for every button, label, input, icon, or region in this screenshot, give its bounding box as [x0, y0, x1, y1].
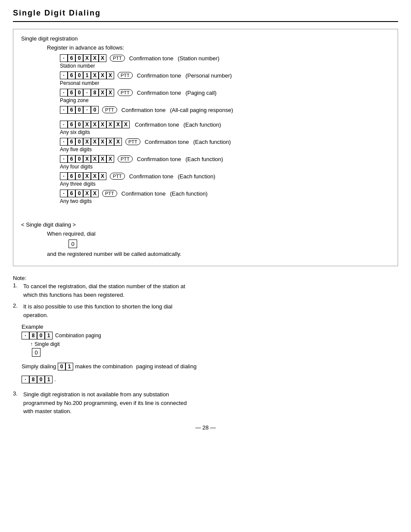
- sub-label-paging: Paging zone: [60, 97, 390, 103]
- paging-call-label: (Paging call): [185, 90, 216, 96]
- key-x1: X: [83, 138, 91, 146]
- key-seq-allcall: · 6 0 · 0: [60, 106, 99, 114]
- ptt-button: PTT: [102, 106, 117, 113]
- key-6: 6: [68, 138, 75, 146]
- key-0: 0: [75, 72, 83, 79]
- key-x2: X: [91, 155, 99, 163]
- key-x4: X: [106, 138, 114, 146]
- key-x1: X: [99, 89, 106, 96]
- sub-label-six: Any six digits: [60, 129, 390, 135]
- title-divider: [13, 21, 398, 22]
- when-label: When required, dial: [47, 230, 390, 237]
- key-0: 0: [75, 106, 83, 114]
- dial-row-five: · 6 0 X X X X X PTT Confirmation tone (E…: [60, 138, 390, 146]
- example-section: Example · 8 0 1 Combination paging ↑ Sin…: [22, 324, 398, 385]
- key-0-example: 0: [32, 348, 40, 357]
- dial-row-personal: · 6 0 1 X X X PTT Confirmation tone (Per…: [60, 72, 390, 79]
- sub-label-two: Any two digits: [60, 198, 390, 204]
- key-seq-three: · 6 0 X X X: [60, 172, 106, 180]
- key-0: 0: [75, 172, 83, 180]
- conf-tone: Confirmation tone: [137, 90, 181, 96]
- key-x4: X: [106, 121, 114, 128]
- arrow-line: ↑ Single digit 0: [28, 341, 398, 357]
- key-dot: ·: [60, 54, 68, 62]
- key-x1: X: [83, 190, 91, 197]
- auto-label: and the registered number will be called…: [47, 251, 390, 257]
- key-x2: X: [91, 190, 99, 197]
- single-digit-section: < Single digit dialing > When required, …: [21, 221, 390, 257]
- example-label: Example: [22, 324, 398, 330]
- key-1-i: 1: [45, 376, 53, 383]
- row-group-six: · 6 0 X X X X X X Confirmation tone (Eac…: [21, 121, 390, 135]
- page-number: — 28 —: [13, 424, 398, 431]
- key-x6: X: [122, 121, 130, 128]
- key-x1: X: [83, 54, 91, 62]
- comb-paging-label: Combination paging: [55, 333, 101, 339]
- key-x3: X: [106, 72, 114, 79]
- simply-keys: 0 1: [58, 363, 73, 370]
- key-0: 0: [75, 138, 83, 146]
- simply-text: Simply dialing: [22, 361, 56, 372]
- key-8: 8: [29, 332, 37, 339]
- dial-row-four: · 6 0 X X X X PTT Confirmation tone (Eac…: [60, 155, 390, 163]
- row-group-four: · 6 0 X X X X PTT Confirmation tone (Eac…: [21, 155, 390, 170]
- each-function-label: (Each function): [184, 121, 221, 128]
- key-seq-two: · 6 0 X X: [60, 190, 99, 197]
- key-x2: X: [91, 121, 99, 128]
- key-dot: ·: [60, 172, 68, 180]
- each-function-label: (Each function): [185, 156, 223, 162]
- main-content-box: Single digit registration Register in ad…: [13, 29, 398, 266]
- key-dot: ·: [60, 121, 68, 128]
- key-6: 6: [68, 72, 75, 79]
- ptt-button: PTT: [125, 138, 140, 145]
- key-x2: X: [99, 72, 106, 79]
- sub-label-four: Any four digits: [60, 164, 390, 170]
- conf-tone: Confirmation tone: [121, 107, 166, 113]
- simply-row: Simply dialing 0 1 makes the combination…: [22, 361, 215, 385]
- key-6: 6: [68, 89, 75, 96]
- sub-label-three: Any three digits: [60, 181, 390, 187]
- row-group-three: · 6 0 X X X PTT Confirmation tone (Each …: [21, 172, 390, 187]
- row-group-station: · 6 0 X X X PTT Confirmation tone (Stati…: [21, 54, 390, 69]
- row-group-five: · 6 0 X X X X X PTT Confirmation tone (E…: [21, 138, 390, 152]
- key-dot: ·: [60, 155, 68, 163]
- row-group-personal: · 6 0 1 X X X PTT Confirmation tone (Per…: [21, 72, 390, 86]
- key-8-i: 8: [29, 376, 37, 383]
- note-item-2: 2. It is also possible to use this funct…: [13, 302, 398, 319]
- sds-title: < Single digit dialing >: [21, 221, 390, 228]
- key-seq-five: · 6 0 X X X X X: [60, 138, 122, 146]
- personal-number-label: (Personal number): [185, 72, 232, 79]
- ptt-button: PTT: [110, 55, 125, 62]
- key-x1: X: [83, 121, 91, 128]
- row-group-allcall: · 6 0 · 0 PTT Confirmation tone (All-cal…: [21, 106, 390, 114]
- spacer3: [21, 212, 390, 217]
- key-x4: X: [106, 155, 114, 163]
- ptt-button: PTT: [118, 89, 133, 96]
- spacer2: [21, 207, 390, 212]
- section-label: Single digit registration: [21, 35, 390, 42]
- key-dot: ·: [60, 138, 68, 146]
- register-label: Register in advance as follows:: [47, 44, 390, 51]
- arrow-char: ↑: [30, 341, 33, 347]
- key-1s: 1: [65, 363, 73, 370]
- note-num-1: 1.: [13, 282, 22, 289]
- key-dot: ·: [60, 72, 68, 79]
- key-x1: X: [83, 172, 91, 180]
- each-function-label: (Each function): [170, 190, 207, 197]
- single-key-example: 0: [32, 348, 40, 357]
- note-text-3: Single digit registration is not availab…: [23, 390, 187, 416]
- key-seq-six: · 6 0 X X X X X X: [60, 121, 130, 128]
- single-digit-arrow-row: ↑ Single digit: [30, 341, 60, 347]
- key-x2: X: [106, 89, 114, 96]
- key-8: 8: [91, 89, 99, 96]
- notes-section: Note: 1. To cancel the registration, dia…: [13, 275, 398, 416]
- conf-tone: Confirmation tone: [137, 72, 181, 79]
- example-row: · 8 0 1 Combination paging: [22, 332, 398, 339]
- key-dot2: ·: [83, 106, 91, 114]
- note-text-2: It is also possible to use this function…: [23, 302, 187, 319]
- key-seq-personal: · 6 0 1 X X X: [60, 72, 114, 79]
- key-x5: X: [114, 138, 122, 146]
- period: .: [54, 374, 56, 385]
- key-6: 6: [68, 54, 75, 62]
- sub-label-station: Station number: [60, 63, 390, 69]
